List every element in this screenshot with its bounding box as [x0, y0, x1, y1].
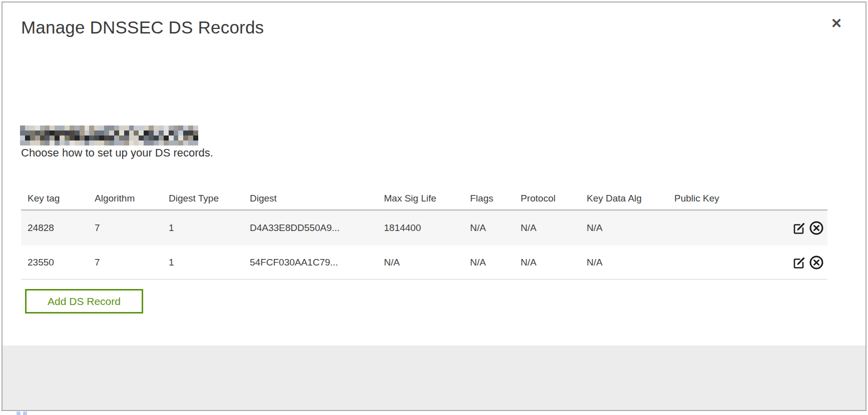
- header-public-key: Public Key: [674, 193, 781, 204]
- modal-footer: Save Cancel: [3, 346, 865, 410]
- cell-digest: D4A33E8DD550A9...: [250, 222, 384, 234]
- edit-record-button[interactable]: [791, 220, 807, 236]
- row-actions: [781, 254, 827, 270]
- header-protocol: Protocol: [521, 193, 587, 204]
- instruction-text: Choose how to set up your DS records.: [21, 146, 213, 160]
- cell-protocol: N/A: [521, 257, 587, 268]
- header-digest: Digest: [250, 193, 384, 204]
- table-row: 23550 7 1 54FCF030AA1C79... N/A N/A N/A …: [21, 246, 827, 280]
- header-digest-type: Digest Type: [169, 193, 250, 204]
- cell-flags: N/A: [470, 222, 521, 234]
- dnssec-modal: Manage DNSSEC DS Records ✕ Choose how to…: [2, 2, 866, 411]
- close-icon[interactable]: ✕: [826, 14, 846, 34]
- cell-digest: 54FCF030AA1C79...: [250, 257, 384, 268]
- cell-digest-type: 1: [169, 222, 250, 234]
- cell-max-sig-life: N/A: [384, 257, 470, 268]
- cell-key-tag: 23550: [28, 257, 95, 268]
- background-page-fragment: [17, 412, 30, 415]
- edit-record-button[interactable]: [791, 254, 807, 270]
- ds-records-table: Key tag Algorithm Digest Type Digest Max…: [21, 188, 827, 280]
- delete-icon: [808, 220, 824, 236]
- table-row: 24828 7 1 D4A33E8DD550A9... 1814400 N/A …: [21, 210, 827, 246]
- edit-icon: [792, 220, 807, 236]
- header-max-sig-life: Max Sig Life: [384, 193, 470, 204]
- edit-icon: [792, 255, 807, 270]
- cell-protocol: N/A: [521, 222, 587, 234]
- cell-algorithm: 7: [95, 222, 169, 234]
- header-flags: Flags: [470, 193, 521, 204]
- delete-icon: [808, 254, 824, 270]
- modal-title: Manage DNSSEC DS Records: [21, 18, 264, 38]
- delete-record-button[interactable]: [808, 254, 824, 270]
- row-actions: [781, 220, 827, 236]
- cell-algorithm: 7: [95, 257, 169, 268]
- table-header-row: Key tag Algorithm Digest Type Digest Max…: [21, 188, 827, 210]
- cell-digest-type: 1: [169, 257, 250, 268]
- delete-record-button[interactable]: [808, 220, 824, 236]
- header-key-tag: Key tag: [28, 193, 95, 204]
- header-algorithm: Algorithm: [95, 193, 169, 204]
- cell-flags: N/A: [470, 257, 521, 268]
- redacted-domain-name: [20, 126, 198, 146]
- cell-key-data-alg: N/A: [587, 257, 674, 268]
- page: Manage DNSSEC DS Records ✕ Choose how to…: [0, 0, 868, 415]
- cell-key-data-alg: N/A: [587, 222, 674, 234]
- cell-max-sig-life: 1814400: [384, 222, 470, 234]
- add-ds-record-button[interactable]: Add DS Record: [25, 289, 143, 314]
- cell-key-tag: 24828: [28, 222, 95, 234]
- header-key-data-alg: Key Data Alg: [587, 193, 674, 204]
